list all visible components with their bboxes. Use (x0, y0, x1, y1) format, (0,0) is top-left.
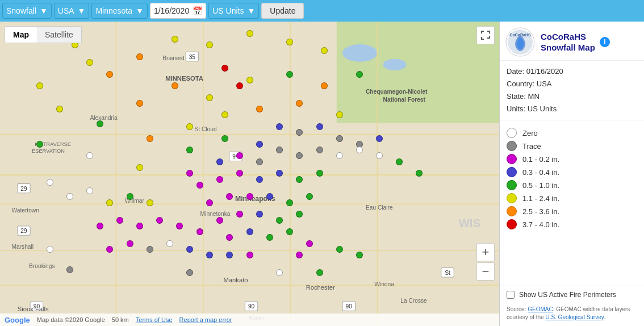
map-dot[interactable] (306, 240, 313, 247)
country-dropdown[interactable]: USA ▼ (54, 3, 90, 19)
map-dot[interactable] (216, 158, 223, 165)
map-dot[interactable] (256, 158, 263, 165)
map-dot[interactable] (276, 170, 283, 177)
map-dot[interactable] (136, 164, 143, 171)
map-dot[interactable] (196, 228, 203, 235)
state-dropdown[interactable]: Minnesota ▼ (91, 3, 147, 19)
type-dropdown[interactable]: Snowfall ▼ (2, 3, 52, 19)
map-dot[interactable] (226, 252, 233, 258)
map-dot[interactable] (296, 100, 303, 107)
map-dot[interactable] (236, 152, 243, 159)
map-dot[interactable] (321, 47, 328, 54)
map-dot[interactable] (396, 158, 403, 165)
map-dot[interactable] (336, 135, 343, 142)
geomac-link[interactable]: GEOMAC (528, 306, 553, 312)
map-dot[interactable] (306, 193, 313, 200)
map-button[interactable]: Map (5, 27, 37, 43)
map-dot[interactable] (266, 193, 273, 200)
map-dot[interactable] (206, 41, 213, 48)
map-dot[interactable] (172, 36, 178, 43)
map-dot[interactable] (246, 252, 253, 258)
info-icon[interactable]: i (600, 37, 610, 47)
map-dot[interactable] (66, 193, 73, 200)
map-dot[interactable] (136, 223, 143, 229)
map-dot[interactable] (276, 147, 283, 153)
map-dot[interactable] (186, 269, 193, 276)
map-dot[interactable] (276, 123, 283, 130)
map-dot[interactable] (116, 217, 123, 224)
map-dot[interactable] (206, 199, 213, 206)
map-dot[interactable] (336, 246, 343, 253)
map-dot[interactable] (47, 246, 53, 253)
map-dot[interactable] (36, 82, 43, 89)
map-dot[interactable] (226, 234, 233, 241)
map-dot[interactable] (296, 176, 303, 183)
map-dot[interactable] (127, 193, 133, 200)
map-dot[interactable] (86, 152, 93, 159)
map-dot[interactable] (147, 246, 153, 253)
map-dot[interactable] (86, 187, 93, 194)
map-dot[interactable] (246, 193, 253, 200)
map-dot[interactable] (226, 193, 233, 200)
map-dot[interactable] (246, 30, 253, 37)
map-dot[interactable] (276, 269, 283, 276)
map-dot[interactable] (106, 71, 113, 78)
map-dot[interactable] (186, 147, 193, 153)
map-dot[interactable] (106, 199, 113, 206)
map-dot[interactable] (356, 252, 363, 258)
map-dot[interactable] (246, 77, 253, 83)
map-dot[interactable] (196, 182, 203, 189)
fire-perimeter-checkbox[interactable] (507, 291, 515, 299)
units-dropdown[interactable]: US Units ▼ (208, 3, 259, 19)
map-dot[interactable] (36, 141, 43, 148)
map-dot[interactable] (56, 106, 63, 112)
map-dot[interactable] (47, 179, 53, 186)
map-dot[interactable] (286, 71, 293, 78)
map-area[interactable]: 35 94 29 29 90 90 90 St WIS MINNESOTA Al… (0, 22, 499, 326)
map-dot[interactable] (336, 152, 343, 159)
terms-of-use-link[interactable]: Terms of Use (136, 316, 173, 323)
map-dot[interactable] (216, 176, 223, 183)
usgs-link[interactable]: U.S. Geological Survey (545, 314, 604, 320)
map-dot[interactable] (236, 170, 243, 177)
map-dot[interactable] (86, 59, 93, 66)
map-dot[interactable] (221, 65, 228, 72)
fullscreen-button[interactable] (476, 26, 495, 44)
map-dot[interactable] (256, 141, 263, 148)
map-dot[interactable] (206, 94, 213, 101)
map-dot[interactable] (256, 211, 263, 218)
map-dot[interactable] (127, 240, 133, 247)
map-dot[interactable] (356, 71, 363, 78)
map-dot[interactable] (136, 100, 143, 107)
map-dot[interactable] (147, 199, 153, 206)
map-dot[interactable] (286, 39, 293, 45)
map-dot[interactable] (296, 152, 303, 159)
zoom-out-button[interactable]: − (476, 262, 495, 281)
map-dot[interactable] (266, 234, 273, 241)
map-dot[interactable] (156, 217, 163, 224)
map-dot[interactable] (316, 123, 323, 130)
map-dot[interactable] (186, 246, 193, 253)
map-dot[interactable] (236, 211, 243, 218)
map-dot[interactable] (106, 246, 113, 253)
update-button[interactable]: Update (261, 3, 304, 19)
map-dot[interactable] (316, 269, 323, 276)
map-dot[interactable] (276, 217, 283, 224)
map-dot[interactable] (166, 240, 173, 247)
map-dot[interactable] (336, 111, 343, 118)
map-dot[interactable] (206, 252, 213, 258)
map-dot[interactable] (296, 211, 303, 218)
map-dot[interactable] (376, 152, 383, 159)
zoom-in-button[interactable]: + (476, 243, 495, 261)
map-dot[interactable] (186, 170, 193, 177)
map-dot[interactable] (216, 217, 223, 224)
map-dot[interactable] (296, 129, 303, 136)
map-dot[interactable] (356, 147, 363, 153)
map-dot[interactable] (286, 199, 293, 206)
map-dot[interactable] (221, 135, 228, 142)
map-dot[interactable] (296, 252, 303, 258)
map-dot[interactable] (236, 82, 243, 89)
map-dot[interactable] (246, 228, 253, 235)
map-dot[interactable] (316, 147, 323, 153)
map-dot[interactable] (256, 176, 263, 183)
